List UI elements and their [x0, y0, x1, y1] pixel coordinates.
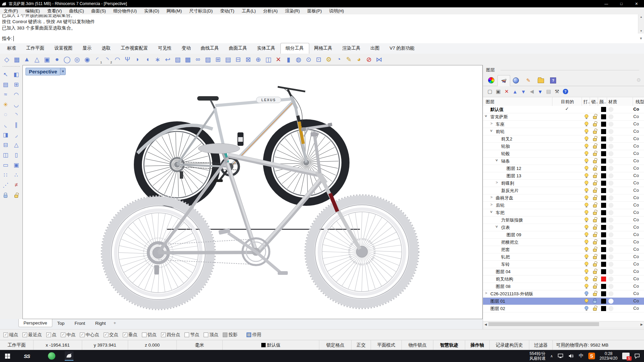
collapse-icon[interactable]: >	[495, 226, 499, 228]
layer-row-C26-20211103-外销版[interactable]: >C26-20211103-外销版Co	[483, 290, 644, 298]
checked-checkbox-icon[interactable]: ✓	[123, 333, 127, 337]
menu-item-11[interactable]: 分析(A)	[260, 8, 281, 14]
subd-frame-icon[interactable]: ⊡	[314, 55, 324, 64]
subd-cage-icon[interactable]: ▩	[183, 55, 193, 64]
move-up-button[interactable]: ▲	[511, 87, 519, 96]
layer-linetype[interactable]: Co	[633, 114, 639, 119]
layer-material-icon[interactable]	[608, 218, 613, 223]
layer-color-swatch[interactable]	[601, 122, 606, 127]
arc-tool-icon[interactable]: ◟	[1, 120, 11, 129]
column-material[interactable]: 材质	[608, 99, 617, 105]
layer-color-swatch[interactable]	[601, 173, 606, 178]
layer-linetype[interactable]: Co	[633, 195, 639, 200]
viewport[interactable]: Perspective ▼	[22, 65, 483, 319]
layer-on-bulb-icon[interactable]	[585, 151, 588, 156]
ring-surface-icon[interactable]: ◌	[1, 110, 11, 119]
ribbon-tab-实体工具[interactable]: 实体工具	[252, 43, 280, 54]
menu-item-13[interactable]: 面板(P)	[304, 8, 325, 14]
scroll-thumb[interactable]	[488, 322, 599, 326]
osnap-中心点[interactable]: ✓中心点	[80, 332, 99, 338]
collapse-icon[interactable]: >	[489, 130, 493, 132]
subd-cone-icon[interactable]: ▲	[22, 55, 32, 64]
layer-linetype[interactable]: Co	[633, 276, 639, 281]
layer-material-icon[interactable]	[608, 210, 613, 215]
viewport-tab-Perspective[interactable]: Perspective	[18, 319, 52, 327]
subd-bend-icon[interactable]: ↩	[163, 55, 173, 64]
subd-point-icon[interactable]: ⊙	[304, 55, 314, 64]
layer-color-swatch[interactable]	[601, 188, 606, 193]
expand-icon[interactable]: >	[490, 195, 492, 199]
layer-unlocked-icon[interactable]	[593, 247, 597, 252]
display-tab[interactable]	[485, 75, 497, 85]
column-name[interactable]: 图层	[486, 99, 494, 105]
ribbon-tab-V7 的新功能[interactable]: V7 的新功能	[385, 43, 420, 54]
layer-row-图层 02[interactable]: 图层 02Co	[483, 305, 644, 312]
layer-unlocked-icon[interactable]	[593, 151, 597, 156]
subd-hatch-icon[interactable]: ▨	[203, 55, 213, 64]
layer-material-icon[interactable]	[608, 195, 613, 200]
dome-surface-icon[interactable]: ◠	[11, 90, 21, 99]
checked-checkbox-icon[interactable]: ✓	[104, 333, 108, 337]
menu-item-0[interactable]: 文件(F)	[0, 8, 22, 14]
fillet-edge-icon[interactable]: ◞	[11, 130, 21, 139]
layer-row-图层 04[interactable]: 图层 04Co	[483, 268, 644, 276]
ribbon-tab-选取[interactable]: 选取	[97, 43, 116, 54]
cplane-pane[interactable]: 工作平面	[0, 340, 34, 350]
layer-locked-icon[interactable]	[593, 298, 597, 303]
add-viewport-tab-icon[interactable]: +	[111, 319, 119, 327]
history-toggle[interactable]: 记录建构历史	[490, 340, 529, 350]
column-current[interactable]: 目前的	[561, 99, 574, 105]
layer-linetype[interactable]: Co	[633, 166, 639, 171]
menu-item-5[interactable]: 细分物件(U)	[110, 8, 141, 14]
expand-icon[interactable]: >	[496, 180, 498, 184]
layer-unlocked-icon[interactable]	[593, 291, 597, 296]
tools-button[interactable]: ⚒	[553, 87, 561, 96]
subd-torus-icon[interactable]: ◎	[72, 55, 82, 64]
layer-on-bulb-icon[interactable]	[585, 195, 588, 200]
layer-linetype[interactable]: Co	[633, 143, 639, 148]
layer-linetype[interactable]: Co	[633, 210, 639, 215]
layer-linetype[interactable]: Co	[633, 254, 639, 259]
layer-row-轮毂[interactable]: 轮毂Co	[483, 150, 644, 158]
menu-item-10[interactable]: 工具(L)	[238, 8, 260, 14]
viewport-tab-Front[interactable]: Front	[69, 319, 90, 327]
viewport-tab-Right[interactable]: Right	[90, 319, 111, 327]
subd-sphere-icon[interactable]: ●	[52, 55, 62, 64]
osnap-中点[interactable]: ✓中点	[61, 332, 75, 338]
x-coordinate[interactable]: x -1954.161	[34, 340, 82, 350]
layer-row-前碟刹[interactable]: >前碟刹Co	[483, 180, 644, 187]
filter-button[interactable]: ▼	[536, 87, 544, 96]
subd-split-icon[interactable]: ⊠	[243, 55, 253, 64]
menu-item-14[interactable]: 说明(H)	[325, 8, 347, 14]
layer-material-icon[interactable]	[608, 166, 613, 171]
checkbox-icon[interactable]	[204, 333, 208, 337]
layer-row-仪表[interactable]: >仪表Co	[483, 224, 644, 231]
layer-color-swatch[interactable]	[601, 291, 606, 296]
osnap-最近点[interactable]: ✓最近点	[22, 332, 42, 338]
layer-color-swatch[interactable]	[601, 225, 606, 230]
subd-wedge-icon[interactable]: ◗	[132, 55, 143, 64]
layer-on-bulb-icon[interactable]	[585, 262, 588, 266]
layer-color-swatch[interactable]	[601, 195, 606, 200]
cage-edit-icon[interactable]: ▭	[1, 161, 11, 169]
layer-unlocked-icon[interactable]	[593, 166, 597, 171]
layer-linetype[interactable]: Co	[633, 284, 639, 289]
subd-stitch-icon[interactable]: ◫	[263, 55, 273, 64]
collapse-icon[interactable]: >	[495, 159, 499, 161]
layer-linetype[interactable]: Co	[633, 306, 639, 311]
menu-item-6[interactable]: 实体(O)	[141, 8, 163, 14]
subd-gold-tool-icon[interactable]: ⚙	[324, 55, 334, 64]
layer-color-swatch[interactable]	[601, 151, 606, 156]
menu-item-3[interactable]: 曲线(C)	[65, 8, 88, 14]
checked-checkbox-icon[interactable]: ✓	[161, 333, 166, 337]
layer-hscrollbar[interactable]: ◀ ▶	[483, 321, 644, 327]
layer-material-icon[interactable]	[608, 122, 613, 127]
layer-material-icon[interactable]	[608, 291, 613, 296]
volume-icon[interactable]	[569, 354, 574, 358]
layer-on-bulb-icon[interactable]	[585, 122, 588, 126]
action-center-icon[interactable]	[634, 354, 640, 359]
layer-material-icon[interactable]	[608, 129, 613, 134]
layer-unlocked-icon[interactable]	[593, 306, 597, 311]
layer-on-bulb-icon[interactable]	[585, 210, 588, 215]
subd-hexagon-icon[interactable]: ◇	[2, 55, 12, 64]
